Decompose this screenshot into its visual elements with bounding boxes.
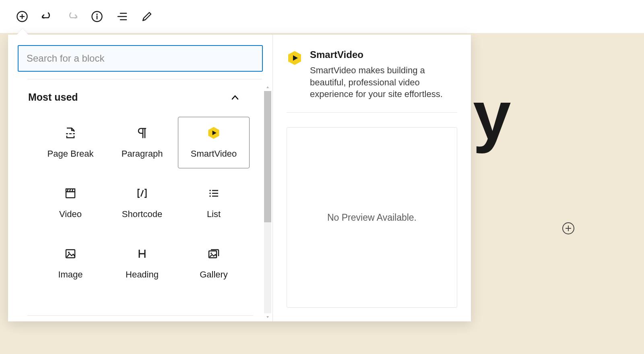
block-label: Page Break: [47, 149, 94, 159]
heading-icon: [135, 247, 149, 261]
divider: [27, 315, 253, 316]
outline-icon: [116, 10, 128, 23]
pilcrow-icon: [135, 126, 149, 140]
redo-button[interactable]: [65, 10, 79, 23]
outline-button[interactable]: [115, 10, 129, 23]
scroll-up-button[interactable]: [263, 83, 272, 91]
preview-empty-text: No Preview Available.: [327, 212, 417, 223]
block-preview-panel: SmartVideo SmartVideo makes building a b…: [273, 35, 471, 321]
preview-description: SmartVideo makes building a beautiful, p…: [310, 64, 455, 100]
block-item-paragraph[interactable]: Paragraph: [106, 117, 178, 168]
block-item-list[interactable]: List: [178, 177, 250, 229]
section-title: Most used: [28, 91, 78, 103]
chevron-up-icon: [230, 92, 240, 103]
editor-toolbar: [0, 0, 644, 33]
block-item-shortcode[interactable]: Shortcode: [106, 177, 178, 229]
block-item-page-break[interactable]: Page Break: [35, 117, 106, 168]
scroll-down-button[interactable]: [263, 313, 272, 321]
add-block-button[interactable]: [15, 10, 29, 23]
block-label: Video: [59, 209, 82, 219]
preview-box: No Preview Available.: [287, 127, 457, 308]
block-label: Heading: [126, 269, 159, 280]
plus-circle-icon: [16, 10, 28, 23]
block-grid: Page BreakParagraphSmartVideoVideoShortc…: [8, 117, 272, 301]
block-label: List: [207, 209, 221, 219]
shortcode-icon: [135, 186, 149, 200]
list-icon: [207, 186, 221, 200]
scrollbar: [263, 83, 272, 321]
preview-title: SmartVideo: [310, 49, 455, 60]
block-item-video[interactable]: Video: [35, 177, 106, 229]
smartvideo-icon: [287, 50, 303, 66]
scroll-thumb[interactable]: [264, 91, 271, 222]
info-button[interactable]: [90, 10, 104, 23]
gallery-icon: [207, 247, 221, 261]
pencil-icon: [141, 10, 153, 23]
redo-icon: [66, 10, 78, 23]
block-label: SmartVideo: [191, 149, 237, 159]
block-search-input[interactable]: [18, 45, 263, 72]
block-item-heading[interactable]: Heading: [106, 238, 178, 289]
block-label: Image: [58, 269, 83, 280]
block-item-smartvideo[interactable]: SmartVideo: [178, 117, 250, 168]
edit-button[interactable]: [140, 10, 154, 23]
image-icon: [64, 247, 77, 261]
append-block-button[interactable]: [562, 222, 574, 234]
smartvideo-icon: [207, 126, 221, 140]
scroll-track[interactable]: [264, 91, 271, 313]
block-list-panel: Most used Page BreakParagraphSmartVideoV…: [8, 35, 273, 321]
section-toggle-most-used[interactable]: Most used: [8, 79, 272, 117]
undo-button[interactable]: [40, 10, 54, 23]
block-label: Paragraph: [122, 149, 163, 159]
block-label: Shortcode: [122, 209, 162, 219]
block-inserter-popover: Most used Page BreakParagraphSmartVideoV…: [8, 35, 471, 321]
info-icon: [91, 10, 103, 23]
block-label: Gallery: [200, 269, 228, 280]
page-break-icon: [64, 126, 77, 140]
post-title-fragment: y: [473, 81, 510, 150]
block-item-gallery[interactable]: Gallery: [178, 238, 250, 289]
block-item-image[interactable]: Image: [35, 238, 106, 289]
clapper-icon: [64, 186, 77, 200]
undo-icon: [41, 10, 53, 23]
